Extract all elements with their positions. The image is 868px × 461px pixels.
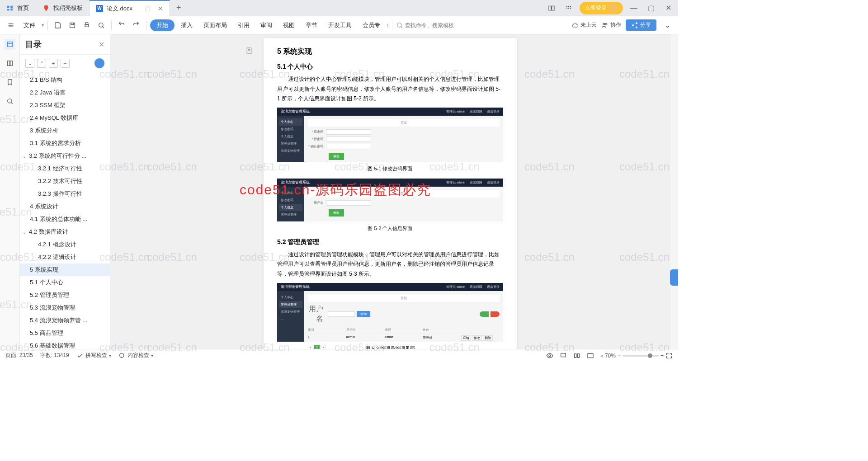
zoom-out-button[interactable]: − — [618, 353, 621, 359]
svg-point-16 — [397, 23, 401, 27]
toc-item[interactable]: 2.3 SSM 框架 — [20, 99, 110, 112]
save-as-icon[interactable] — [66, 19, 79, 32]
view-reading-icon[interactable] — [573, 352, 580, 359]
toc-item[interactable]: 3.1 系统的需求分析 — [20, 137, 110, 150]
chevron-down-icon[interactable]: ⌄ — [661, 19, 674, 32]
tool-minus-icon[interactable]: − — [61, 59, 70, 68]
toc-item[interactable]: 5.1 个人中心 — [20, 276, 110, 289]
view-mode-icon[interactable] — [546, 352, 553, 359]
toc-item[interactable]: 3 系统分析 — [20, 124, 110, 137]
toc-item[interactable]: 3.2.1 经济可行性 — [20, 162, 110, 175]
menu-chapter[interactable]: 章节 — [301, 19, 322, 31]
tool-expand-icon[interactable]: ⌃ — [37, 59, 46, 68]
tool-plus-icon[interactable]: + — [49, 59, 58, 68]
toc-item[interactable]: 5.3 流浪宠物管理 — [20, 301, 110, 314]
collab-button[interactable]: 协作 — [601, 21, 621, 29]
minimize-button[interactable]: — — [627, 2, 640, 14]
tab-close-icon[interactable]: ✕ — [158, 5, 163, 12]
menu-hamburger-icon[interactable] — [5, 19, 17, 32]
search-input[interactable] — [405, 22, 464, 28]
toc-item[interactable]: 2.1 B/S 结构 — [20, 74, 110, 86]
toc-list: 2.1 B/S 结构2.2 Java 语言2.3 SSM 框架2.4 MySQL… — [20, 72, 110, 349]
menu-file[interactable]: 文件 — [19, 19, 40, 31]
redo-icon[interactable] — [130, 19, 142, 32]
toc-item[interactable]: 5 系统实现 — [20, 263, 110, 276]
toc-item[interactable]: 4.2.1 概念设计 — [20, 238, 110, 251]
menu-member[interactable]: 会员专 — [358, 19, 385, 31]
maximize-button[interactable]: ▢ — [645, 2, 657, 14]
menu-start[interactable]: 开始 — [150, 19, 175, 31]
status-words[interactable]: 字数: 13419 — [40, 352, 69, 359]
svg-point-5 — [566, 7, 568, 9]
document-area[interactable]: 5 系统实现 5.1 个人中心 通过设计的个人中心管理功能模块，管理用户可以对相… — [110, 34, 670, 349]
status-spellcheck[interactable]: 拼写检查 ▾ — [76, 352, 111, 359]
menu-insert[interactable]: 插入 — [176, 19, 197, 31]
search-rail-icon[interactable] — [5, 96, 15, 107]
svg-rect-20 — [7, 42, 12, 47]
sidebar-close-icon[interactable]: ✕ — [99, 40, 104, 49]
menu-view[interactable]: 视图 — [278, 19, 299, 31]
heading-5: 5 系统实现 — [277, 47, 503, 56]
menu-review[interactable]: 审阅 — [256, 19, 277, 31]
menu-devtools[interactable]: 开发工具 — [324, 19, 356, 31]
toc-item[interactable]: 2.2 Java 语言 — [20, 86, 110, 99]
status-page[interactable]: 页面: 23/35 — [5, 352, 33, 359]
view-layout-icon[interactable] — [560, 352, 567, 359]
svg-point-3 — [568, 5, 570, 7]
save-icon[interactable] — [52, 19, 64, 32]
menu-layout[interactable]: 页面布局 — [199, 19, 231, 31]
avatar-icon — [609, 4, 618, 13]
layout-icon[interactable] — [545, 2, 558, 14]
share-button[interactable]: 分享 — [626, 19, 656, 31]
tool-collapse-icon[interactable]: ⌄ — [25, 59, 34, 68]
toc-item[interactable]: 5.5 商品管理 — [20, 327, 110, 339]
login-button[interactable]: 立即登录 — [580, 2, 623, 14]
tab-add-button[interactable]: + — [170, 3, 188, 13]
outline-icon[interactable] — [5, 39, 15, 50]
svg-point-30 — [549, 355, 551, 357]
toc-item[interactable]: 5.2 管理员管理 — [20, 289, 110, 301]
figure-5-2: 流浪宠物管理系统管理员 admin退出权限退出登录 个人中心 修改密码 个人信息… — [277, 179, 503, 221]
heading-5-2: 5.2 管理员管理 — [277, 238, 503, 246]
zoom-in-button[interactable]: + — [660, 353, 664, 359]
close-button[interactable]: ✕ — [662, 2, 675, 14]
view-web-icon[interactable] — [587, 352, 594, 359]
cloud-status[interactable]: 未上云 — [571, 21, 597, 29]
tab-window-icon[interactable]: ▢ — [145, 5, 151, 12]
toc-item[interactable]: 4.2.2 逻辑设计 — [20, 251, 110, 263]
svg-point-18 — [603, 23, 605, 25]
toc-item[interactable]: 3.2.2 技术可行性 — [20, 175, 110, 188]
left-rail — [0, 34, 20, 349]
svg-point-7 — [570, 7, 571, 9]
svg-rect-1 — [552, 6, 554, 10]
zoom-value[interactable]: 70% — [605, 353, 616, 359]
apps-icon[interactable] — [562, 2, 575, 14]
toc-item[interactable]: 4 系统设计 — [20, 200, 110, 213]
tab-template[interactable]: 找稻壳模板 — [36, 0, 90, 16]
fullscreen-icon[interactable] — [665, 352, 673, 359]
toc-item[interactable]: 5.6 基础数据管理 — [20, 339, 110, 349]
zoom-slider[interactable] — [623, 355, 659, 357]
menu-search[interactable] — [396, 22, 464, 29]
toc-item[interactable]: 3.2.3 操作可行性 — [20, 188, 110, 200]
toc-item[interactable]: 2.4 MySQL 数据库 — [20, 112, 110, 124]
tab-document[interactable]: W 论文.docx ▢ ✕ — [90, 0, 170, 16]
toc-item[interactable]: ⌄4.2 数据库设计 — [20, 226, 110, 238]
svg-point-4 — [570, 5, 571, 7]
zoom-fit-icon[interactable]: ◃ 70% − + — [600, 352, 673, 359]
page-options-icon[interactable] — [245, 47, 253, 56]
status-content-check[interactable]: 内容检查 ▾ — [118, 352, 153, 359]
toc-item[interactable]: 5.4 流浪宠物领养管 ... — [20, 314, 110, 327]
document-page: 5 系统实现 5.1 个人中心 通过设计的个人中心管理功能模块，管理用户可以对相… — [264, 38, 517, 349]
right-tab-handle[interactable] — [670, 269, 678, 286]
tool-sync-icon[interactable] — [94, 58, 104, 68]
toc-item[interactable]: ⌄3.2 系统的可行性分 ... — [20, 150, 110, 162]
tab-home[interactable]: 首页 — [0, 0, 36, 16]
cards-icon[interactable] — [5, 58, 15, 69]
undo-icon[interactable] — [115, 19, 128, 32]
toc-item[interactable]: 4.1 系统的总体功能 ... — [20, 213, 110, 226]
menu-reference[interactable]: 引用 — [233, 19, 254, 31]
print-icon[interactable] — [80, 19, 93, 32]
preview-icon[interactable] — [95, 19, 108, 32]
bookmark-icon[interactable] — [5, 77, 15, 88]
